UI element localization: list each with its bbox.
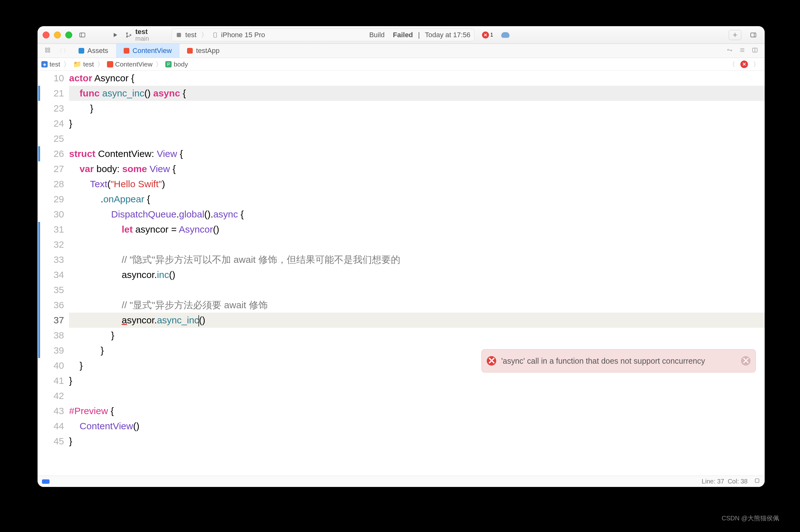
related-items-button[interactable]: [41, 47, 55, 55]
code-line: asyncor.inc(): [69, 267, 765, 282]
line-number: 44: [41, 419, 64, 434]
swift-icon: [187, 48, 193, 54]
line-number: 40: [41, 358, 64, 373]
cloud-status-icon[interactable]: [501, 32, 509, 38]
line-number: 30: [41, 207, 64, 222]
traffic-lights: [42, 32, 72, 38]
line-number: 45: [41, 434, 64, 449]
nav-back-button[interactable]: 〈: [57, 48, 62, 54]
tab-label: ContentView: [132, 46, 171, 55]
svg-point-4: [127, 33, 128, 34]
svg-rect-9: [751, 33, 756, 37]
editor-tab-bar: 〈 〉 Assets ContentView testApp: [38, 44, 765, 58]
sidebar-toggle-button[interactable]: [76, 30, 89, 40]
zoom-window-button[interactable]: [65, 32, 72, 38]
line-number: 39: [41, 343, 64, 358]
bc-symbol[interactable]: body: [174, 60, 188, 68]
activity-status-bar[interactable]: A test 〉 iPhone 15 Pro Build Failed | To…: [171, 28, 474, 41]
breadcrumb[interactable]: ◈ test 〉 📁 test 〉 ContentView 〉 P body 〈…: [38, 58, 765, 71]
line-number: 28: [41, 176, 64, 192]
line-number: 32: [41, 237, 64, 252]
watermark: CSDN @大熊猫侯佩: [722, 514, 779, 522]
change-gutter: [38, 71, 41, 476]
scheme-name: test: [135, 28, 149, 35]
code-area[interactable]: actor Asyncor { func async_inc() async {…: [69, 71, 765, 476]
code-line: [69, 282, 765, 298]
tab-label: Assets: [87, 46, 108, 55]
change-bar: [38, 222, 40, 358]
tab-testapp[interactable]: testApp: [180, 44, 228, 58]
line-number: 36: [41, 298, 64, 312]
close-window-button[interactable]: [42, 32, 50, 38]
line-number: 43: [41, 403, 64, 419]
tab-assets[interactable]: Assets: [71, 44, 116, 58]
split-editor-icon[interactable]: [751, 46, 758, 55]
build-time: Today at 17:56: [425, 31, 470, 39]
scheme-selector[interactable]: test main: [125, 28, 149, 42]
titlebar: test main A test 〉 iPhone 15 Pro Build F…: [38, 26, 765, 44]
assets-icon: [78, 48, 84, 54]
svg-rect-13: [46, 51, 47, 52]
error-icon: ✕: [482, 32, 489, 38]
code-line: }: [69, 101, 765, 116]
line-number: 27: [41, 162, 64, 176]
tab-label: testApp: [196, 46, 220, 55]
line-number: 21: [41, 86, 64, 101]
code-line: // "隐式"异步方法可以不加 await 修饰，但结果可能不是我们想要的: [69, 252, 765, 267]
svg-rect-12: [48, 48, 50, 50]
minimap-toggle-icon[interactable]: [754, 477, 760, 486]
svg-rect-14: [48, 51, 50, 52]
line-gutter: 10 21 23 24 25 26 27 28 29 30 31 32 33 3…: [41, 71, 69, 476]
code-line-current: asyncor.async_inc(): [69, 312, 765, 328]
code-line: actor Asyncor {: [69, 71, 765, 86]
run-button[interactable]: [109, 30, 122, 40]
status-target: test: [185, 31, 196, 39]
svg-rect-0: [80, 33, 85, 37]
code-line: ContentView(): [69, 419, 765, 434]
code-line: Text("Hello Swift"): [69, 176, 765, 192]
code-line: [69, 237, 765, 252]
change-bar: [38, 86, 40, 101]
build-label: Build: [369, 31, 384, 39]
code-line: func async_inc() async {: [69, 86, 765, 101]
error-icon: ✕: [487, 356, 496, 366]
nav-forward-button[interactable]: 〉: [63, 48, 69, 54]
bc-next-issue[interactable]: 〉: [752, 60, 761, 69]
svg-point-5: [130, 34, 131, 36]
line-number: 35: [41, 282, 64, 298]
bc-project[interactable]: test: [50, 60, 60, 68]
code-line: }: [69, 434, 765, 449]
tab-contentview[interactable]: ContentView: [116, 44, 180, 58]
code-line: [69, 388, 765, 403]
code-line: struct ContentView: View {: [69, 146, 765, 162]
adjust-editor-icon[interactable]: [739, 46, 746, 55]
bc-file[interactable]: ContentView: [115, 60, 153, 68]
line-number: 24: [41, 116, 64, 131]
bc-prev-issue[interactable]: 〈: [727, 60, 737, 69]
line-number: 26: [41, 146, 64, 162]
line-number: 25: [41, 131, 64, 146]
minimize-window-button[interactable]: [54, 32, 61, 38]
issues-badge[interactable]: ✕ 1: [482, 32, 493, 38]
code-line: [69, 131, 765, 146]
line-number: 10: [41, 71, 64, 86]
history-icon[interactable]: [726, 46, 733, 55]
svg-marker-2: [113, 33, 117, 37]
swift-icon: [124, 48, 129, 54]
code-line: }: [69, 116, 765, 131]
bc-folder[interactable]: test: [83, 60, 94, 68]
status-device: iPhone 15 Pro: [221, 31, 265, 39]
add-button[interactable]: +: [729, 30, 741, 40]
svg-rect-11: [46, 48, 47, 50]
error-bubble[interactable]: ✕ 'async' call in a function that does n…: [481, 349, 756, 373]
line-number: 23: [41, 101, 64, 116]
cursor-col: Col: 38: [728, 478, 748, 485]
code-editor[interactable]: 10 21 23 24 25 26 27 28 29 30 31 32 33 3…: [38, 71, 765, 476]
library-toggle-button[interactable]: [747, 30, 760, 40]
swift-file-icon: [107, 61, 113, 68]
cursor-line: Line: 37: [702, 478, 724, 485]
code-line: // "显式"异步方法必须要 await 修饰: [69, 298, 765, 312]
close-icon[interactable]: ✕: [741, 356, 750, 366]
bc-error-icon[interactable]: ✕: [740, 60, 748, 68]
canvas-indicator[interactable]: [42, 479, 50, 484]
